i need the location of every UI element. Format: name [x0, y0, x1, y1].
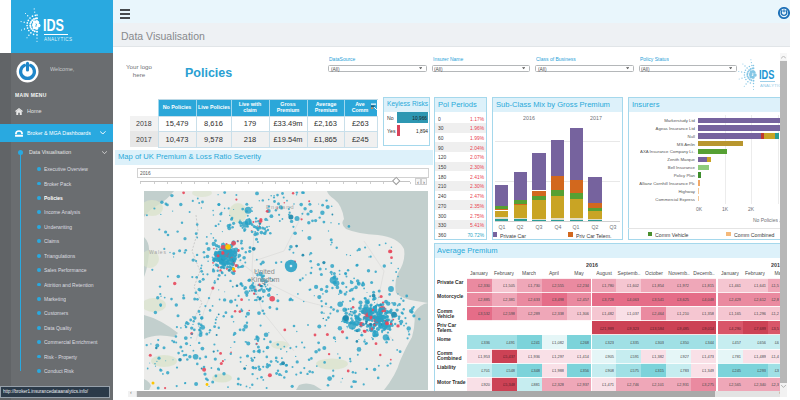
svg-text:Kingdom: Kingdom	[251, 275, 279, 284]
svg-text:Wales: Wales	[149, 249, 167, 255]
svg-text:England: England	[266, 204, 295, 210]
